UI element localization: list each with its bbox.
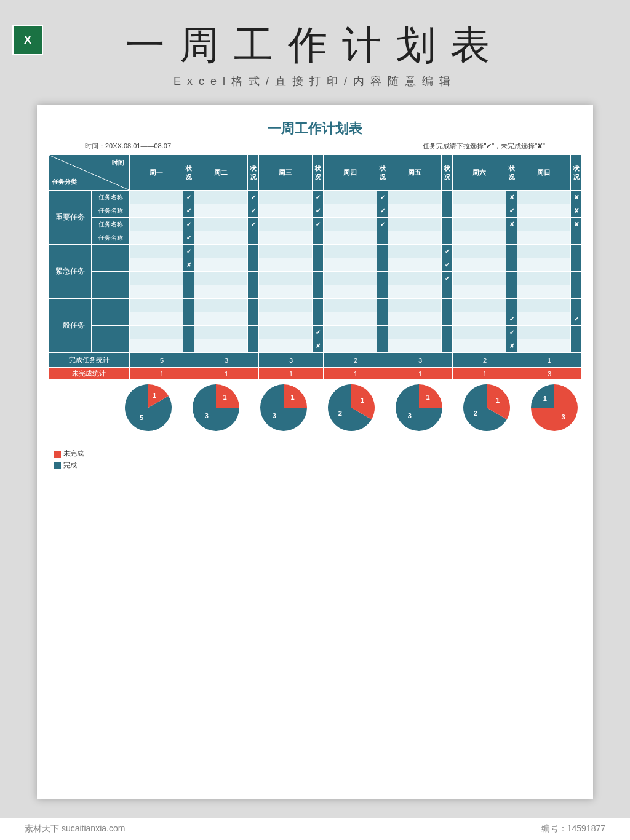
task-cell[interactable] bbox=[453, 312, 506, 326]
status-cell[interactable] bbox=[571, 231, 582, 245]
status-cell[interactable] bbox=[442, 231, 453, 245]
status-cell[interactable] bbox=[506, 231, 517, 245]
task-cell[interactable] bbox=[324, 191, 377, 204]
status-cell[interactable] bbox=[442, 326, 453, 339]
task-name-cell[interactable]: 任务名称 bbox=[92, 204, 130, 218]
status-cell[interactable] bbox=[571, 258, 582, 272]
task-name-cell[interactable] bbox=[92, 285, 130, 299]
task-cell[interactable] bbox=[130, 339, 183, 353]
task-name-cell[interactable]: 任务名称 bbox=[92, 218, 130, 231]
task-cell[interactable] bbox=[194, 312, 248, 326]
status-cell[interactable] bbox=[377, 272, 388, 285]
task-cell[interactable] bbox=[517, 339, 571, 353]
status-cell[interactable] bbox=[377, 299, 388, 312]
status-cell[interactable] bbox=[571, 326, 582, 339]
status-cell[interactable] bbox=[377, 326, 388, 339]
status-cell[interactable]: ✔ bbox=[313, 218, 324, 231]
task-cell[interactable] bbox=[324, 326, 377, 339]
status-cell[interactable]: ✔ bbox=[248, 191, 259, 204]
status-cell[interactable] bbox=[183, 285, 194, 299]
task-cell[interactable] bbox=[388, 218, 442, 231]
task-cell[interactable] bbox=[194, 258, 248, 272]
status-cell[interactable]: ✘ bbox=[571, 191, 582, 204]
status-cell[interactable] bbox=[571, 285, 582, 299]
status-cell[interactable] bbox=[313, 231, 324, 245]
status-cell[interactable]: ✘ bbox=[506, 218, 517, 231]
status-cell[interactable] bbox=[248, 326, 259, 339]
status-cell[interactable] bbox=[313, 312, 324, 326]
task-cell[interactable] bbox=[194, 204, 248, 218]
status-cell[interactable]: ✔ bbox=[183, 204, 194, 218]
status-cell[interactable] bbox=[442, 191, 453, 204]
status-cell[interactable] bbox=[571, 299, 582, 312]
task-cell[interactable] bbox=[259, 191, 313, 204]
task-cell[interactable] bbox=[130, 326, 183, 339]
status-cell[interactable]: ✔ bbox=[442, 245, 453, 258]
task-cell[interactable] bbox=[130, 218, 183, 231]
status-cell[interactable] bbox=[571, 339, 582, 353]
status-cell[interactable] bbox=[248, 272, 259, 285]
status-cell[interactable] bbox=[506, 272, 517, 285]
status-cell[interactable] bbox=[442, 312, 453, 326]
task-cell[interactable] bbox=[324, 258, 377, 272]
task-cell[interactable] bbox=[259, 218, 313, 231]
status-cell[interactable] bbox=[571, 245, 582, 258]
status-cell[interactable] bbox=[313, 299, 324, 312]
task-cell[interactable] bbox=[517, 218, 571, 231]
task-cell[interactable] bbox=[194, 299, 248, 312]
task-cell[interactable] bbox=[453, 339, 506, 353]
status-cell[interactable]: ✔ bbox=[183, 191, 194, 204]
status-cell[interactable] bbox=[313, 272, 324, 285]
task-name-cell[interactable]: 任务名称 bbox=[92, 191, 130, 204]
task-name-cell[interactable] bbox=[92, 272, 130, 285]
status-cell[interactable]: ✘ bbox=[506, 339, 517, 353]
task-cell[interactable] bbox=[388, 299, 442, 312]
task-cell[interactable] bbox=[130, 204, 183, 218]
status-cell[interactable] bbox=[506, 258, 517, 272]
task-cell[interactable] bbox=[259, 312, 313, 326]
task-cell[interactable] bbox=[453, 299, 506, 312]
task-cell[interactable] bbox=[259, 285, 313, 299]
task-cell[interactable] bbox=[259, 326, 313, 339]
task-name-cell[interactable] bbox=[92, 339, 130, 353]
status-cell[interactable] bbox=[506, 285, 517, 299]
task-cell[interactable] bbox=[324, 231, 377, 245]
status-cell[interactable] bbox=[442, 339, 453, 353]
status-cell[interactable]: ✔ bbox=[506, 326, 517, 339]
task-cell[interactable] bbox=[130, 272, 183, 285]
status-cell[interactable]: ✘ bbox=[506, 191, 517, 204]
status-cell[interactable]: ✔ bbox=[506, 312, 517, 326]
status-cell[interactable] bbox=[183, 326, 194, 339]
status-cell[interactable]: ✔ bbox=[442, 272, 453, 285]
task-cell[interactable] bbox=[453, 272, 506, 285]
status-cell[interactable]: ✔ bbox=[183, 231, 194, 245]
task-cell[interactable] bbox=[517, 299, 571, 312]
status-cell[interactable] bbox=[248, 299, 259, 312]
status-cell[interactable] bbox=[377, 258, 388, 272]
task-cell[interactable] bbox=[194, 326, 248, 339]
task-cell[interactable] bbox=[517, 326, 571, 339]
task-cell[interactable] bbox=[453, 258, 506, 272]
task-cell[interactable] bbox=[388, 326, 442, 339]
task-cell[interactable] bbox=[324, 299, 377, 312]
status-cell[interactable] bbox=[248, 231, 259, 245]
status-cell[interactable] bbox=[571, 272, 582, 285]
task-cell[interactable] bbox=[517, 312, 571, 326]
status-cell[interactable] bbox=[377, 231, 388, 245]
task-cell[interactable] bbox=[324, 245, 377, 258]
task-cell[interactable] bbox=[324, 285, 377, 299]
status-cell[interactable] bbox=[183, 339, 194, 353]
status-cell[interactable]: ✘ bbox=[571, 204, 582, 218]
task-cell[interactable] bbox=[130, 285, 183, 299]
task-name-cell[interactable] bbox=[92, 245, 130, 258]
task-cell[interactable] bbox=[388, 258, 442, 272]
task-cell[interactable] bbox=[388, 285, 442, 299]
status-cell[interactable]: ✔ bbox=[377, 191, 388, 204]
task-cell[interactable] bbox=[130, 231, 183, 245]
task-cell[interactable] bbox=[453, 245, 506, 258]
task-name-cell[interactable] bbox=[92, 258, 130, 272]
task-cell[interactable] bbox=[130, 299, 183, 312]
status-cell[interactable]: ✔ bbox=[377, 218, 388, 231]
status-cell[interactable] bbox=[506, 245, 517, 258]
task-cell[interactable] bbox=[194, 285, 248, 299]
